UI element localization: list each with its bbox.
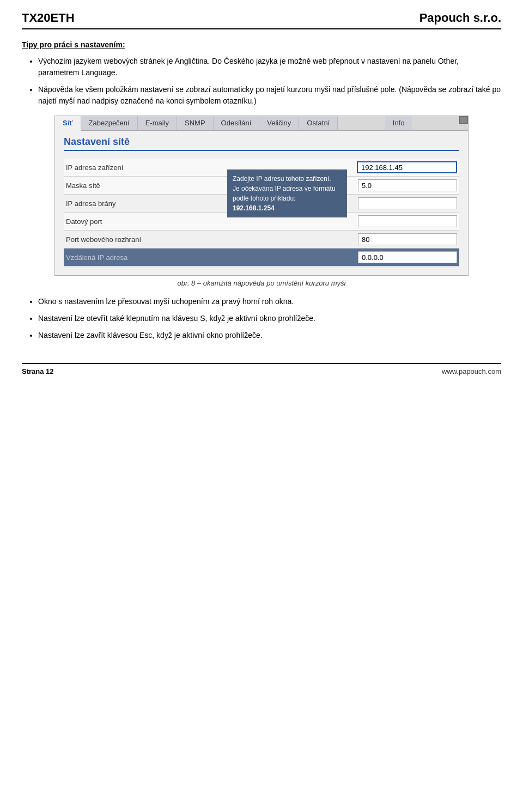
product-name: TX20ETH xyxy=(22,11,75,25)
section-title: Tipy pro práci s nastavením: xyxy=(22,40,501,49)
input-vzdalena-ip[interactable] xyxy=(358,251,457,263)
tooltip-line3: podle tohoto příkladu: xyxy=(233,195,295,202)
field-value-vzdalena-ip xyxy=(173,251,459,263)
tooltip-box: Zadejte IP adresu tohoto zařízení. Je oč… xyxy=(227,169,347,217)
list-item: Nastavení lze otevřít také klepnutím na … xyxy=(38,313,501,324)
panel-title: Nastavení sítě xyxy=(64,136,459,151)
field-value-port-web xyxy=(173,233,459,245)
tab-sit[interactable]: Síť xyxy=(55,116,81,131)
footer-website: www.papouch.com xyxy=(442,367,501,375)
list-item: Výchozím jazykem webových stránek je Ang… xyxy=(38,56,501,78)
settings-panel: Nastavení sítě IP adresa zařízení Zadejt… xyxy=(55,131,468,275)
page-footer: Strana 12 www.papouch.com xyxy=(22,363,501,375)
form-row-port-web: Port webového rozhraní xyxy=(64,231,459,249)
footer-page-number: Strana 12 xyxy=(22,367,54,375)
tab-snmp[interactable]: SNMP xyxy=(177,116,214,130)
input-brana[interactable] xyxy=(358,197,457,209)
tooltip-line1: Zadejte IP adresu tohoto zařízení. xyxy=(233,175,331,183)
tip-text: Nápověda ke všem položkám nastavení se z… xyxy=(38,85,501,105)
tip-after-text-3: Nastavení lze zavřít klávesou Esc, když … xyxy=(38,331,263,340)
ip-adresa-row-wrapper: IP adresa zařízení Zadejte IP adresu toh… xyxy=(64,159,459,177)
list-item: Okno s nastavením lze přesouvat myší uch… xyxy=(38,296,501,307)
minimize-button[interactable] xyxy=(459,116,468,124)
tab-bar: Síť Zabezpečení E-maily SNMP Odesílání V… xyxy=(55,116,468,131)
tooltip-line2: Je očekávána IP adresa ve formátu xyxy=(233,185,336,192)
tips-list-after: Okno s nastavením lze přesouvat myší uch… xyxy=(22,296,501,341)
tab-veliciny[interactable]: Veličiny xyxy=(259,116,299,130)
page-header: TX20ETH Papouch s.r.o. xyxy=(22,11,501,29)
field-label-vzdalena-ip: Vzdálená IP adresa xyxy=(64,253,173,262)
list-item: Nápověda ke všem položkám nastavení se z… xyxy=(38,84,501,107)
tip-text: Výchozím jazykem webových stránek je Ang… xyxy=(38,57,459,77)
list-item: Nastavení lze zavřít klávesou Esc, když … xyxy=(38,330,501,341)
input-port-web[interactable] xyxy=(358,233,457,245)
input-datovy-port[interactable] xyxy=(358,215,457,227)
tip-after-text-1: Okno s nastavením lze přesouvat myší uch… xyxy=(38,297,294,306)
tab-odesilani[interactable]: Odesílání xyxy=(214,116,260,130)
screenshot-image: Síť Zabezpečení E-maily SNMP Odesílání V… xyxy=(54,116,469,276)
tab-info[interactable]: Info xyxy=(385,116,412,130)
field-label-ip-adresa: IP adresa zařízení xyxy=(64,163,173,172)
company-name: Papouch s.r.o. xyxy=(419,11,501,25)
form-row-vzdalena-ip: Vzdálená IP adresa xyxy=(64,249,459,266)
input-maska[interactable] xyxy=(358,179,457,191)
tab-emaily[interactable]: E-maily xyxy=(138,116,177,130)
screenshot-caption: obr. 8 – okamžitá nápověda po umístění k… xyxy=(22,279,501,287)
field-label-maska: Maska sítě xyxy=(64,181,173,190)
field-label-brana: IP adresa brány xyxy=(64,199,173,208)
field-label-datovy-port: Datový port xyxy=(64,217,173,226)
field-label-port-web: Port webového rozhraní xyxy=(64,235,173,244)
tab-ostatni[interactable]: Ostatní xyxy=(299,116,338,130)
tip-after-text-2: Nastavení lze otevřít také klepnutím na … xyxy=(38,314,315,323)
tips-list-before: Výchozím jazykem webových stránek je Ang… xyxy=(22,56,501,107)
tab-zabezpeceni[interactable]: Zabezpečení xyxy=(81,116,138,130)
input-ip-adresa[interactable] xyxy=(357,161,457,173)
tooltip-line4: 192.168.1.254 xyxy=(233,204,275,212)
